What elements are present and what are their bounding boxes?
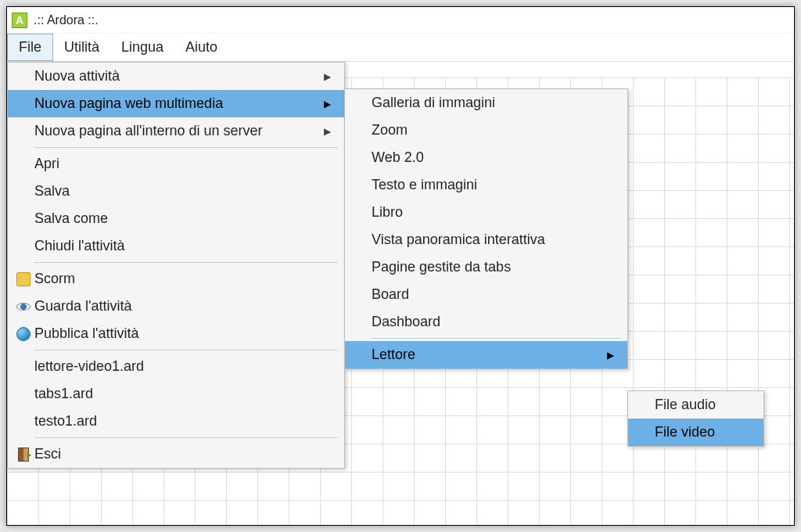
app-window: A .:: Ardora ::. File Utilità Lingua Aiu… <box>6 6 795 526</box>
menubar-file[interactable]: File <box>7 34 53 61</box>
menu-chiudi[interactable]: Chiudi l'attività <box>8 232 344 260</box>
menu-nuova-pagina-web[interactable]: Nuova pagina web multimedia ▶ <box>8 90 344 117</box>
content-area: Nuova attività ▶ Nuova pagina web multim… <box>7 62 794 525</box>
menu-recent3[interactable]: testo1.ard <box>8 408 344 435</box>
separator <box>34 437 338 438</box>
menu-salva-come[interactable]: Salva come <box>8 205 344 232</box>
submenu-lettore: File audio File video <box>627 390 764 447</box>
file-menu: Nuova attività ▶ Nuova pagina web multim… <box>7 62 345 469</box>
submenu-lettore[interactable]: Lettore ▶ <box>345 341 627 368</box>
menu-nuova-attivita[interactable]: Nuova attività ▶ <box>8 63 344 90</box>
menu-apri[interactable]: Apri <box>8 150 344 178</box>
separator <box>34 262 338 263</box>
separator <box>34 350 338 350</box>
submenu-file-audio[interactable]: File audio <box>628 391 763 419</box>
window-title: .:: Ardora ::. <box>34 13 99 27</box>
exit-icon <box>18 448 29 462</box>
submenu-vista[interactable]: Vista panoramica interattiva <box>345 226 627 253</box>
submenu-web20[interactable]: Web 2.0 <box>345 144 627 171</box>
submenu-pagine[interactable]: Pagine gestite da tabs <box>345 253 627 281</box>
menu-recent2[interactable]: tabs1.ard <box>8 380 344 408</box>
separator <box>34 147 338 148</box>
titlebar: A .:: Ardora ::. <box>7 7 794 34</box>
menubar-aiuto[interactable]: Aiuto <box>174 34 228 61</box>
submenu-dashboard[interactable]: Dashboard <box>345 308 627 336</box>
submenu-pagina-web: Galleria di immagini Zoom Web 2.0 Testo … <box>344 88 628 369</box>
submenu-testo[interactable]: Testo e immagini <box>345 171 627 199</box>
submenu-file-video[interactable]: File video <box>628 419 763 446</box>
menu-nuova-pagina-server[interactable]: Nuova pagina all'interno di un server ▶ <box>8 117 344 145</box>
app-icon: A <box>12 13 27 28</box>
menu-esci[interactable]: Esci <box>8 440 344 468</box>
menubar-lingua[interactable]: Lingua <box>110 34 174 61</box>
submenu-libro[interactable]: Libro <box>345 199 627 226</box>
menubar-utilita[interactable]: Utilità <box>53 34 110 61</box>
separator <box>372 338 621 339</box>
globe-icon <box>16 327 31 341</box>
menu-recent1[interactable]: lettore-video1.ard <box>8 353 344 380</box>
eye-icon <box>16 303 31 311</box>
chevron-right-icon: ▶ <box>324 99 335 110</box>
chevron-right-icon: ▶ <box>324 71 335 82</box>
chevron-right-icon: ▶ <box>607 350 618 361</box>
menubar: File Utilità Lingua Aiuto <box>7 34 794 62</box>
menu-guarda[interactable]: Guarda l'attività <box>8 293 344 320</box>
menu-salva[interactable]: Salva <box>8 178 344 205</box>
submenu-galleria[interactable]: Galleria di immagini <box>345 89 627 117</box>
menu-scorm[interactable]: Scorm <box>8 265 344 293</box>
scorm-icon <box>16 272 31 286</box>
submenu-board[interactable]: Board <box>345 281 627 308</box>
submenu-zoom[interactable]: Zoom <box>345 117 627 144</box>
menu-pubblica[interactable]: Pubblica l'attività <box>8 320 344 347</box>
chevron-right-icon: ▶ <box>324 126 335 137</box>
